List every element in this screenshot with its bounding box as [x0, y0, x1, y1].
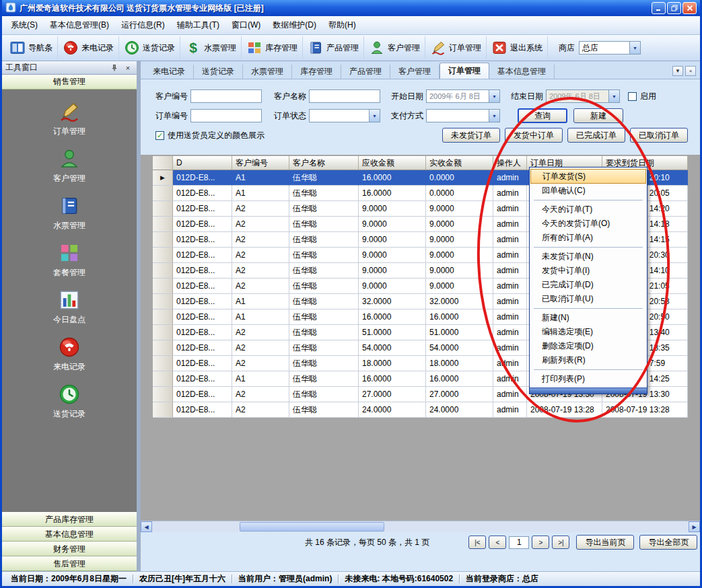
menu-item-7[interactable]: 帮助(H)	[322, 16, 362, 34]
context-menu-item[interactable]: 刷新列表(R)	[530, 353, 647, 367]
tab-2[interactable]: 送货记录	[194, 65, 243, 79]
table-row[interactable]: 012D-E8...A2伍华聪24.000024.0000admin2008-0…	[153, 402, 688, 418]
menu-item-5[interactable]: 窗口(W)	[225, 16, 267, 34]
row-selector[interactable]	[153, 201, 173, 217]
grid-column-header[interactable]: 客户编号	[232, 156, 289, 170]
row-selector[interactable]: ▶	[153, 170, 173, 186]
toolbar-button-delivery-clock[interactable]: 送货记录	[119, 36, 180, 59]
context-menu-item[interactable]: 未发货订单(N)	[530, 250, 647, 264]
tab-1[interactable]: 来电记录	[145, 65, 194, 79]
menu-item-3[interactable]: 运行信息(R)	[115, 16, 171, 34]
order-no-input[interactable]	[190, 109, 262, 122]
sidebar-group-sales[interactable]: 销售管理	[2, 75, 137, 89]
row-selector[interactable]	[153, 263, 173, 279]
start-date-picker[interactable]: 2009年 6月 8日 ▼	[426, 89, 500, 103]
horizontal-scrollbar[interactable]: ◀ ▶	[141, 521, 700, 532]
row-selector[interactable]	[153, 340, 173, 356]
end-date-picker[interactable]: 2009年 6月 8日 ▼	[546, 89, 620, 103]
pin-icon[interactable]	[109, 63, 120, 73]
first-page-button[interactable]: |<	[468, 536, 486, 549]
tab-3[interactable]: 水票管理	[243, 65, 292, 79]
page-number-input[interactable]: 1	[509, 536, 529, 549]
row-selector[interactable]	[153, 387, 173, 402]
context-menu-item[interactable]: 今天的发货订单(O)	[530, 217, 647, 231]
new-button[interactable]: 新建	[573, 108, 623, 123]
sidebar-item-order-pen[interactable]: 订单管理	[2, 100, 137, 137]
sidebar-item-incoming-call[interactable]: 来电记录	[2, 336, 137, 373]
close-button[interactable]	[682, 2, 697, 14]
row-selector[interactable]	[153, 217, 173, 232]
pay-method-combobox[interactable]: ▼	[426, 109, 500, 122]
store-combobox[interactable]: 总店 ▼	[579, 41, 641, 54]
toolbar-button-exit[interactable]: 退出系统	[487, 36, 548, 59]
tab-close-icon[interactable]: ×	[685, 66, 696, 76]
sidebar-group-2[interactable]: 基本信息管理	[2, 527, 137, 542]
toolbar-button-nav-panel[interactable]: 导航条	[5, 36, 58, 59]
sidebar-item-delivery-clock[interactable]: 送货记录	[2, 383, 137, 420]
context-menu-item[interactable]: 新建(N)	[530, 311, 647, 325]
tab-7[interactable]: 订单管理	[440, 63, 489, 79]
row-selector[interactable]	[153, 325, 173, 340]
menu-item-6[interactable]: 数据维护(D)	[267, 16, 322, 34]
context-menu-item[interactable]: 所有的订单(A)	[530, 231, 647, 245]
scrollbar-track[interactable]	[152, 521, 689, 532]
enable-checkbox[interactable]	[628, 92, 637, 101]
chevron-down-icon[interactable]: ▼	[629, 42, 640, 54]
scroll-right-icon[interactable]: ▶	[689, 521, 700, 532]
row-selector[interactable]	[153, 186, 173, 201]
last-page-button[interactable]: >|	[552, 536, 569, 549]
order-status-combobox[interactable]: ▼	[309, 109, 380, 122]
chevron-down-icon[interactable]: ▼	[369, 110, 380, 122]
row-selector[interactable]	[153, 248, 173, 263]
chevron-down-icon[interactable]: ▼	[489, 90, 499, 102]
grid-column-header[interactable]: 客户名称	[289, 156, 359, 170]
tab-6[interactable]: 客户管理	[390, 65, 440, 79]
sidebar-group-4[interactable]: 售后管理	[2, 556, 137, 571]
scroll-left-icon[interactable]: ◀	[141, 521, 152, 532]
toolbar-button-order-pen[interactable]: 订单管理	[425, 36, 487, 59]
close-icon[interactable]: ×	[122, 63, 133, 73]
toolbar-button-inventory[interactable]: 库存管理	[242, 36, 303, 59]
row-selector[interactable]	[153, 294, 173, 309]
context-menu-item[interactable]: 今天的订单(T)	[530, 203, 647, 217]
chevron-down-icon[interactable]: ▼	[489, 110, 499, 122]
grid-column-header[interactable]: 实收金额	[426, 156, 493, 170]
context-menu-item[interactable]: 回单确认(C)	[530, 184, 647, 198]
toolbar-button-product[interactable]: 产品管理	[303, 36, 364, 59]
menu-item-2[interactable]: 基本信息管理(B)	[44, 16, 115, 34]
customer-name-input[interactable]	[309, 89, 380, 103]
context-menu-item[interactable]: 发货中订单(I)	[530, 264, 647, 278]
order-status-filter-button-2[interactable]: 发货中订单	[505, 128, 563, 143]
menu-item-1[interactable]: 系统(S)	[5, 16, 44, 34]
sidebar-item-package[interactable]: 套餐管理	[2, 242, 137, 279]
query-button[interactable]: 查询	[518, 108, 567, 123]
tab-8[interactable]: 基本信息管理	[489, 65, 555, 79]
sidebar-group-1[interactable]: 产品库存管理	[2, 512, 137, 527]
row-selector[interactable]	[153, 309, 173, 325]
row-selector[interactable]	[153, 402, 173, 418]
color-checkbox[interactable]: ✓	[155, 131, 164, 140]
grid-column-header[interactable]: D	[173, 156, 232, 170]
minimize-button[interactable]	[652, 2, 666, 14]
sidebar-item-product[interactable]: 水票管理	[2, 194, 137, 231]
customer-no-input[interactable]	[190, 89, 262, 103]
row-selector[interactable]	[153, 232, 173, 248]
next-page-button[interactable]: >	[532, 536, 549, 549]
context-menu-item[interactable]: 编辑选定项(E)	[530, 325, 647, 339]
grid-column-header[interactable]: 操作人	[493, 156, 527, 170]
scrollbar-thumb[interactable]	[240, 522, 384, 531]
toolbar-button-water-ticket[interactable]: $水票管理	[180, 36, 242, 59]
prev-page-button[interactable]: <	[489, 536, 506, 549]
toolbar-button-customer[interactable]: 客户管理	[364, 36, 425, 59]
context-menu-item[interactable]: 已取消订单(U)	[530, 292, 647, 306]
grid-column-header[interactable]: 应收金额	[359, 156, 426, 170]
export-all-pages-button[interactable]: 导出全部页	[639, 535, 697, 550]
sidebar-group-3[interactable]: 财务管理	[2, 542, 137, 556]
order-status-filter-button-1[interactable]: 未发货订单	[442, 128, 500, 143]
menu-item-4[interactable]: 辅助工具(T)	[171, 16, 225, 34]
toolbar-button-incoming-call[interactable]: 来电记录	[58, 36, 119, 59]
restore-button[interactable]	[667, 2, 681, 14]
context-menu-item[interactable]: 订单发货(S)	[530, 169, 646, 184]
context-menu-item[interactable]: 已完成订单(D)	[530, 278, 647, 292]
sidebar-item-customer[interactable]: 客户管理	[2, 147, 137, 184]
